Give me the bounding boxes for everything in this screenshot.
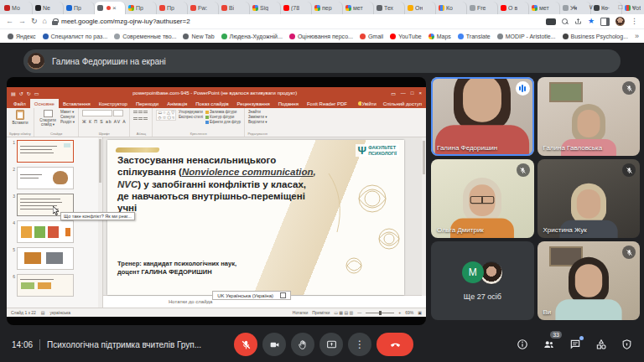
slide-scrollbar[interactable] [422,137,426,296]
redo-icon[interactable]: ↻ [27,90,31,96]
participant-tile[interactable]: Ольга Дмитрик [431,159,534,238]
browser-tab[interactable]: Ві [219,2,250,14]
ribbon-tab[interactable]: Анімація [163,99,191,108]
ribbon-tab[interactable]: Переходи [132,99,163,108]
indent-button[interactable] [143,110,148,114]
participant-tile[interactable]: Ви [538,241,641,320]
lock-icon[interactable] [52,18,58,25]
ribbon-tab[interactable]: Подання [274,99,303,108]
new-slide-button[interactable]: Створити слайд ▾ [38,110,58,127]
status-comments-button[interactable]: Примітки [312,310,330,315]
ribbon-display-icon[interactable]: ▭ [391,90,396,96]
status-language[interactable]: українська [50,310,71,315]
share-icon[interactable] [574,18,582,25]
back-icon[interactable]: ← [6,18,13,25]
reload-icon[interactable]: ↻ [31,18,38,25]
align-left-button[interactable] [133,116,138,121]
browser-tab[interactable]: пер [312,2,343,14]
align-center-button[interactable] [138,116,143,121]
bookmarks-overflow-icon[interactable]: » [635,32,639,40]
slide-thumbnail-2[interactable] [17,167,74,189]
profile-avatar[interactable] [615,17,625,26]
browser-tab[interactable]: × [95,2,126,14]
undo-icon[interactable]: ↺ [19,90,23,96]
present-screen-button[interactable] [319,333,343,356]
tab-close-icon[interactable]: × [112,5,117,12]
bookmark-item[interactable]: New Tab [183,34,214,39]
browser-tab[interactable]: Пр [64,2,95,14]
browser-tab[interactable]: Sig [250,2,281,14]
browser-tab[interactable]: Fre [467,2,498,14]
share-button[interactable]: Спільний доступ [383,101,422,106]
ppt-minimize-button[interactable]: — [401,90,406,96]
font-name-combobox[interactable] [82,110,112,116]
participant-tile[interactable]: Галина Федоришин [431,77,534,156]
participants-button[interactable]: 33 [543,339,555,350]
fit-slide-button[interactable]: ▣ [418,310,422,315]
save-icon[interactable]: ▤ [11,90,16,96]
browser-tab[interactable]: мет [343,2,374,14]
address-bar[interactable]: meet.google.com/mzg-ojrw-iuy?authuser=2 [52,16,541,27]
paste-button[interactable]: Вставити [10,110,30,125]
ribbon-tab[interactable]: Foxit Reader PDF [303,99,351,108]
more-options-button[interactable]: ⋮ [348,333,371,356]
sign-in-button[interactable]: Увійти [361,101,376,106]
new-tab-button[interactable]: + [569,2,579,14]
replace-button[interactable]: Замінити ▾ [248,115,267,119]
ribbon-tab[interactable]: Показ слайдів [191,99,232,108]
host-controls-button[interactable] [621,339,632,350]
side-panel-icon[interactable] [600,18,610,26]
browser-tab[interactable]: (78 [281,2,312,14]
shared-screen-tile[interactable]: ▤ ↺ ↻ ▭ powerpointbase.com-945 - PowerPo… [7,77,426,325]
browser-tab[interactable]: мет [529,2,560,14]
view-buttons[interactable]: ▭ ▦ ▤ ▥ [334,310,353,315]
bookmark-item[interactable]: Специалист по раз... [43,34,108,39]
ribbon-tab[interactable]: Конструктор [95,99,132,108]
section-button[interactable]: Розділ ▾ [60,120,75,124]
tab-search-icon[interactable]: ∨ [589,3,594,11]
arrange-button[interactable]: Упорядкувати [179,110,203,114]
browser-menu-icon[interactable]: ⋮ [631,18,638,25]
browser-tab[interactable]: Ко [436,2,467,14]
participant-tile[interactable]: Христина Жук [538,159,641,238]
bookmark-item[interactable]: Maps [428,34,451,39]
zoom-out-button[interactable]: — [357,310,361,315]
browser-tab[interactable]: Он [405,2,436,14]
window-minimize-button[interactable]: — [602,3,609,11]
bookmark-item[interactable]: Современные тво... [114,34,176,39]
browser-tab[interactable]: Fw: [188,2,219,14]
slide-canvas[interactable]: Застосування ненасильницького спілкуванн… [107,140,404,295]
start-slideshow-icon[interactable]: ▭ [34,90,39,96]
layout-button[interactable]: Макет ▾ [60,110,75,114]
bookmark-item[interactable]: Translate [458,34,491,39]
browser-tab[interactable]: Тех [374,2,405,14]
bullets-button[interactable] [133,110,138,114]
camera-toggle-button[interactable] [262,333,286,356]
font-format-buttons[interactable]: Ж К П S ab AV A [82,119,126,124]
participant-tile[interactable]: M Ще 27 осіб [431,241,534,320]
thumbnail-scrollbar[interactable] [98,137,102,308]
bookmark-item[interactable]: Людена-Художній... [221,34,283,39]
quick-styles-button[interactable]: Експрес-стилі [179,115,203,119]
ppt-maximize-button[interactable]: □ [411,90,414,96]
reset-button[interactable]: Скинути [60,115,75,119]
browser-tab[interactable]: Пр [157,2,188,14]
bookmark-item[interactable]: YouTube [390,34,422,39]
slide-thumbnail-6[interactable] [17,274,74,297]
forward-icon[interactable]: → [18,18,26,25]
slide-thumbnail-5[interactable] [17,247,74,270]
bookmark-item[interactable]: Яндекс [8,34,36,39]
bookmark-item[interactable]: Gmail [360,34,383,39]
ppt-close-button[interactable]: × [418,90,422,96]
ribbon-tab[interactable]: Вставлення [59,99,95,108]
font-size-combobox[interactable] [113,110,123,116]
media-control-icon[interactable] [546,18,556,25]
shape-fill-button[interactable]: Заливка фігури [205,110,241,114]
ribbon-tab[interactable]: Рецензування [233,99,274,108]
slide-thumbnail-1[interactable] [17,140,74,163]
home-icon[interactable]: ⌂ [43,18,47,25]
meeting-details-button[interactable] [517,339,528,350]
align-right-button[interactable] [143,116,148,121]
ribbon-tab[interactable]: Основне [30,99,59,108]
browser-tab[interactable]: О в [498,2,529,14]
